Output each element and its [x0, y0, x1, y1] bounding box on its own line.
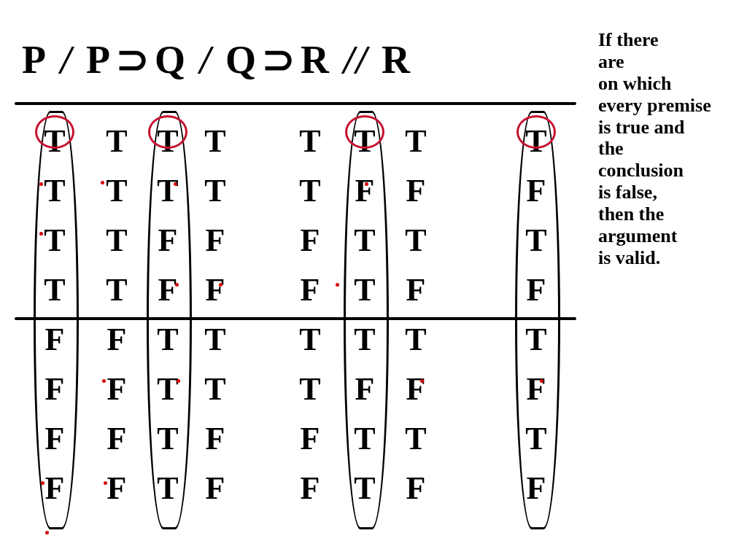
red-dot [219, 283, 222, 287]
cell: T [398, 117, 434, 166]
red-dot [336, 283, 339, 287]
cell-highlight-circle [35, 115, 74, 149]
note-line: are [598, 51, 624, 72]
cell: F [292, 216, 328, 265]
red-dot [420, 379, 424, 383]
column-ring [34, 111, 79, 529]
red-dot [41, 481, 44, 485]
header-expression: P/P⊃Q/Q⊃R//R [22, 36, 411, 82]
cell: T [292, 117, 328, 166]
cell: T [98, 216, 135, 265]
cell: T [398, 315, 434, 365]
cell-highlight-circle [148, 115, 187, 149]
cell: F [292, 265, 328, 315]
cell: T [98, 166, 135, 216]
cell: F [292, 464, 328, 513]
header-token: / [61, 38, 73, 82]
column-ring [515, 111, 560, 529]
header-token: P [22, 38, 47, 82]
red-dot [39, 232, 43, 236]
note-line: on which [598, 73, 671, 94]
cell: F [398, 464, 434, 513]
cell-highlight-circle [345, 115, 384, 149]
header-token: Q [225, 38, 258, 82]
cell: F [98, 464, 135, 513]
cell: T [197, 166, 233, 216]
column-Q_right: TTFFTTFF [197, 117, 233, 513]
note-line: the [598, 138, 624, 159]
note-line: argument [598, 225, 677, 246]
column-Q_left: TTFFTTFF [292, 117, 328, 513]
rule-top [15, 102, 576, 105]
red-dot [39, 182, 43, 186]
note-line: is true and [598, 117, 684, 138]
header-token: R [382, 38, 411, 82]
side-note: If thereare no lineson whichevery premis… [598, 29, 744, 269]
cell: F [197, 265, 233, 315]
note-line: every premise [598, 95, 711, 116]
cell: F [398, 365, 434, 414]
column-ring [147, 111, 192, 529]
header-token: ⊃ [116, 38, 150, 82]
red-dot [174, 182, 177, 186]
red-dot [175, 283, 179, 287]
header-token: // [344, 38, 368, 82]
cell: T [197, 315, 233, 365]
note-line: conclusion [598, 160, 684, 181]
red-dot [101, 181, 104, 184]
column-R_right: TFTFTFTF [398, 117, 434, 513]
red-dot [104, 481, 107, 485]
cell: T [98, 265, 135, 315]
column-ring [344, 111, 389, 529]
cell: T [197, 365, 233, 414]
header-token: Q [155, 38, 187, 82]
note-line: is false, [598, 182, 657, 203]
cell: F [197, 414, 233, 464]
cell: T [398, 216, 434, 265]
red-dot [540, 379, 543, 383]
cell: F [398, 166, 434, 216]
cell: F [398, 265, 434, 315]
red-dot [102, 379, 106, 383]
header-token: ⊃ [262, 38, 296, 82]
cell: F [197, 216, 233, 265]
note-line: is valid. [598, 247, 660, 268]
red-dot [45, 531, 49, 534]
header-token: P [86, 38, 112, 82]
cell: F [292, 414, 328, 464]
cell: F [197, 464, 233, 513]
cell: F [98, 315, 135, 365]
header-token: / [200, 38, 212, 82]
cell: T [98, 117, 135, 166]
cell: T [398, 414, 434, 464]
truth-table-diagram: P/P⊃Q/Q⊃R//R TTTTFFFFTTTTFFFFTTFFTTTTTTF… [0, 0, 747, 560]
cell: T [292, 166, 328, 216]
note-line: then the [598, 203, 664, 225]
cell: T [292, 365, 328, 414]
red-dot [177, 379, 180, 383]
header-token: R [301, 38, 330, 82]
column-P_right: TTTTFFFF [98, 117, 135, 513]
cell: F [98, 414, 135, 464]
cell-highlight-circle [516, 115, 556, 149]
cell: T [197, 117, 233, 166]
cell: F [98, 365, 135, 414]
red-dot [365, 182, 368, 186]
note-line: If there [598, 29, 659, 50]
cell: T [292, 315, 328, 365]
